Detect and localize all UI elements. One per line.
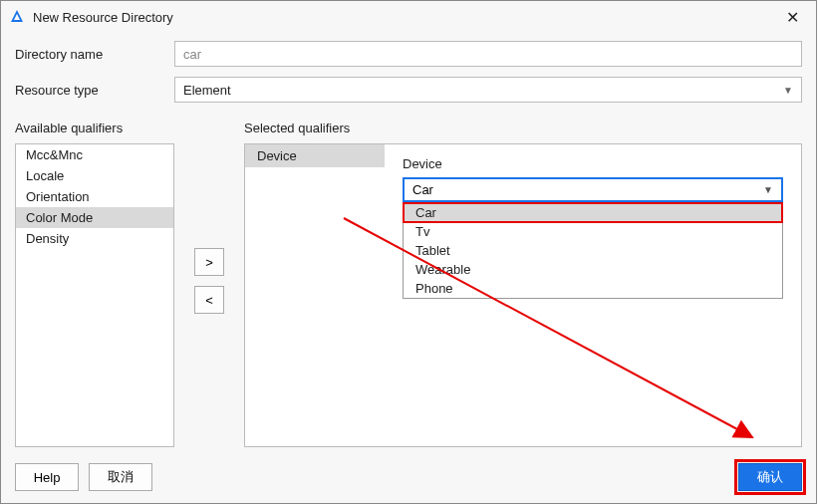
device-option[interactable]: Tablet [404, 241, 782, 260]
device-label: Device [403, 156, 783, 171]
ok-button[interactable]: 确认 [738, 463, 802, 491]
resource-type-label: Resource type [15, 83, 174, 98]
device-option[interactable]: Tv [404, 222, 782, 241]
selected-column: Selected qualifiers Device Device Car ▼ … [244, 121, 802, 447]
available-title: Available qualifiers [15, 121, 174, 135]
move-buttons-column: > < [184, 121, 234, 447]
remove-qualifier-button[interactable]: < [194, 286, 224, 314]
caret-down-icon: ▼ [763, 184, 773, 195]
titlebar: New Resource Directory ✕ [1, 1, 816, 33]
dialog-footer: Help 取消 确认 [1, 457, 816, 503]
available-list[interactable]: Mcc&MncLocaleOrientationColor ModeDensit… [15, 143, 174, 447]
directory-name-label: Directory name [15, 47, 174, 62]
directory-name-input[interactable] [174, 41, 802, 67]
available-item[interactable]: Density [16, 228, 173, 249]
device-option[interactable]: Phone [404, 279, 782, 298]
resource-type-value: Element [183, 83, 231, 98]
available-item[interactable]: Color Mode [16, 207, 173, 228]
available-item[interactable]: Locale [16, 165, 173, 186]
available-item[interactable]: Mcc&Mnc [16, 144, 173, 165]
add-qualifier-button[interactable]: > [194, 248, 224, 276]
device-option[interactable]: Car [404, 203, 782, 222]
help-button[interactable]: Help [15, 463, 79, 491]
device-select[interactable]: Car ▼ [403, 177, 783, 202]
qualifiers-area: Available qualifiers Mcc&MncLocaleOrient… [15, 121, 802, 447]
available-column: Available qualifiers Mcc&MncLocaleOrient… [15, 121, 174, 447]
dialog-body: Directory name Resource type Element ▼ A… [1, 33, 816, 457]
selected-item[interactable]: Device [245, 144, 385, 167]
selected-panel: Device Device Car ▼ CarTvTabletWearableP… [244, 143, 802, 447]
selected-qualifiers-list[interactable]: Device [245, 144, 385, 446]
device-dropdown-list[interactable]: CarTvTabletWearablePhone [403, 202, 783, 299]
selected-title: Selected qualifiers [244, 121, 802, 135]
caret-down-icon: ▼ [783, 85, 793, 96]
window-title: New Resource Directory [33, 10, 173, 25]
resource-type-row: Resource type Element ▼ [15, 77, 802, 103]
available-item[interactable]: Orientation [16, 186, 173, 207]
cancel-button[interactable]: 取消 [89, 463, 152, 491]
dialog-window: New Resource Directory ✕ Directory name … [0, 0, 817, 504]
resource-type-select[interactable]: Element ▼ [174, 77, 802, 103]
qualifier-detail-pane: Device Car ▼ CarTvTabletWearablePhone [385, 144, 801, 446]
device-select-value: Car [412, 182, 433, 197]
directory-name-row: Directory name [15, 41, 802, 67]
close-icon[interactable]: ✕ [776, 8, 808, 27]
app-logo-icon [9, 9, 25, 25]
device-option[interactable]: Wearable [404, 260, 782, 279]
